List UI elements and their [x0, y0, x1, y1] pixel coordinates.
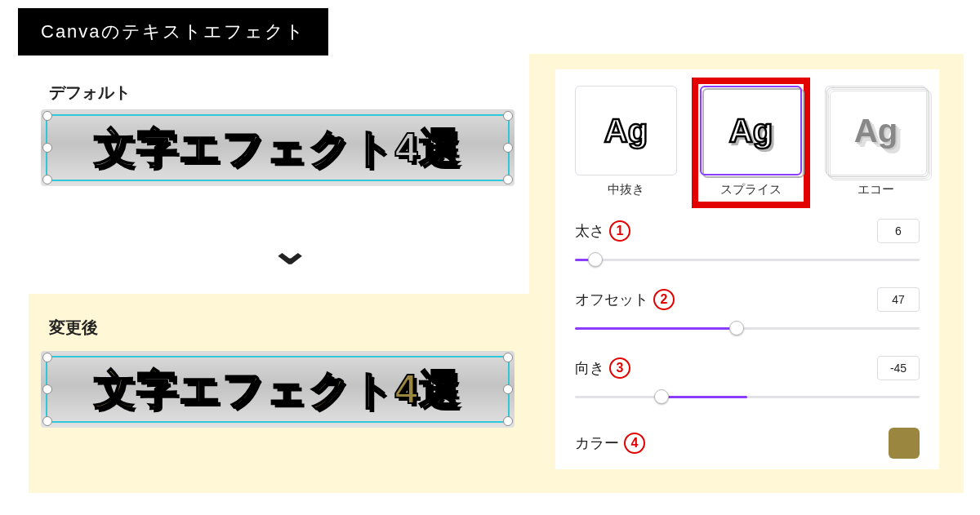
sample-default-text: 文字エフェクト4選	[41, 109, 514, 186]
offset-slider[interactable]	[575, 320, 920, 336]
control-offset: オフセット 2 47	[575, 287, 920, 312]
thickness-value[interactable]: 6	[877, 219, 920, 243]
effect-option-echo[interactable]: Ag エコー	[825, 86, 927, 198]
effect-thumb-hollow: Ag	[575, 86, 677, 175]
effect-label-hollow: 中抜き	[608, 182, 644, 198]
slider-track	[575, 259, 920, 261]
sample-after[interactable]: 文字エフェクト4選	[41, 351, 514, 428]
control-direction: 向き 3 -45	[575, 356, 920, 380]
sample-after-text: 文字エフェクト4選	[41, 351, 514, 428]
chevron-down-icon: ⌄	[269, 227, 311, 273]
direction-label: 向き	[575, 358, 604, 378]
slider-fill	[662, 396, 748, 398]
effect-thumb-splice: Ag	[700, 86, 802, 175]
label-default: デフォルト	[49, 82, 131, 104]
direction-value[interactable]: -45	[877, 356, 920, 380]
effect-label-splice: スプライス	[720, 182, 782, 198]
effect-options-row: Ag 中抜き Ag スプライス Ag エコー	[575, 86, 920, 198]
sample-default[interactable]: 文字エフェクト4選	[41, 109, 514, 186]
slider-thumb[interactable]	[588, 252, 603, 267]
slider-thumb[interactable]	[654, 389, 669, 404]
annotation-badge-3: 3	[609, 357, 630, 379]
annotation-badge-1: 1	[609, 220, 630, 242]
effects-panel: Ag 中抜き Ag スプライス Ag エコー 太さ 1 6	[555, 69, 939, 469]
effect-option-splice[interactable]: Ag スプライス	[700, 86, 802, 198]
color-label: カラー	[575, 433, 619, 453]
slider-fill	[575, 327, 737, 330]
control-color: カラー 4	[575, 428, 920, 459]
thickness-slider[interactable]	[575, 251, 920, 268]
thickness-label: 太さ	[575, 221, 604, 241]
control-thickness: 太さ 1 6	[575, 219, 920, 243]
effect-label-echo: エコー	[858, 182, 894, 198]
tutorial-title: Canvaのテキストエフェクト	[18, 8, 328, 55]
annotation-badge-2: 2	[653, 289, 675, 310]
effect-option-hollow[interactable]: Ag 中抜き	[575, 86, 677, 198]
effect-thumb-echo: Ag	[825, 86, 927, 175]
controls: 太さ 1 6 オフセット 2 47 向き 3	[575, 219, 920, 459]
offset-label: オフセット	[575, 290, 648, 309]
label-after: 変更後	[49, 317, 98, 339]
annotation-badge-4: 4	[624, 433, 645, 454]
slider-track	[575, 396, 920, 398]
offset-value[interactable]: 47	[877, 287, 920, 312]
slider-thumb[interactable]	[729, 321, 744, 335]
color-swatch[interactable]	[889, 428, 920, 459]
direction-slider[interactable]	[575, 388, 920, 405]
